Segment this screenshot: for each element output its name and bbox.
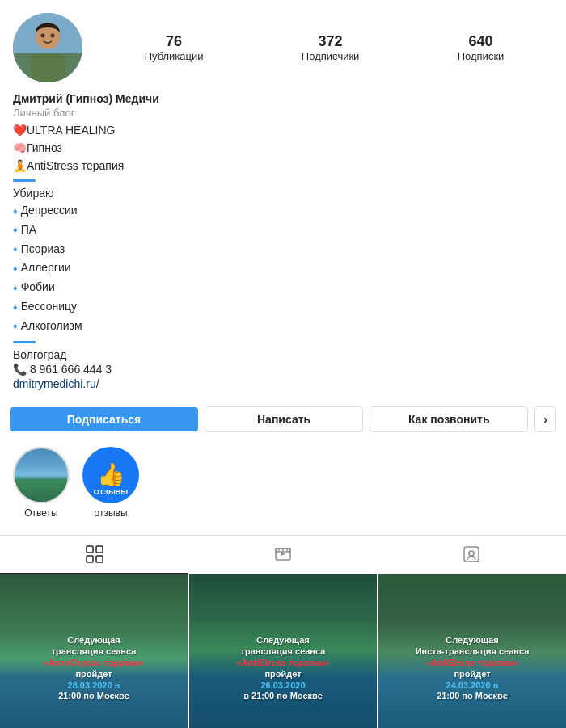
more-button[interactable]: › [534, 406, 556, 432]
svg-point-16 [469, 551, 474, 556]
post-line-1-1: Следующая [10, 634, 179, 646]
svg-rect-8 [87, 556, 93, 562]
svg-rect-15 [464, 547, 479, 562]
diamond-icon: ♦ [13, 280, 18, 296]
tab-tagged[interactable] [378, 536, 566, 574]
svg-rect-3 [31, 53, 65, 82]
post-line-2-4: пройдет [199, 669, 368, 680]
remove-item-5: ♦ Фобии [13, 278, 553, 297]
post-line-3-2: Инста-трансляция сеанса [388, 646, 557, 657]
chevron-down-icon: › [543, 413, 547, 426]
post-background-1: Следующая трансляция сеанса «АнтиСтресс … [0, 574, 188, 728]
remove-item-4: ♦ Аллергии [13, 259, 553, 278]
post-line-1-3: «АнтиСтресс терапии» [10, 657, 179, 668]
diamond-icon: ♦ [13, 204, 18, 219]
grid-icon [86, 545, 103, 563]
svg-point-13 [282, 549, 284, 551]
post-background-2: Следующая трансляция сеанса «AntiStress … [189, 574, 377, 728]
posts-grid: Следующая трансляция сеанса «АнтиСтресс … [0, 574, 566, 728]
subscribe-button[interactable]: Подписаться [10, 407, 198, 431]
avatar[interactable] [13, 13, 82, 82]
followers-label: Подписчики [302, 50, 360, 62]
highlight-reviews-label: отзывы [94, 507, 127, 519]
stat-following[interactable]: 640 Подписки [458, 33, 505, 62]
remove-title: Убираю [13, 187, 553, 200]
profile-header: 76 Публикации 372 Подписчики 640 Подписк… [0, 0, 566, 92]
svg-rect-9 [96, 556, 103, 562]
tagged-icon [463, 545, 480, 563]
followers-count: 372 [319, 33, 343, 50]
reels-icon [274, 545, 292, 563]
post-cell-2[interactable]: Следующая трансляция сеанса «AntiStress … [189, 574, 377, 728]
remove-item-3: ♦ Псориаз [13, 240, 553, 259]
message-button[interactable]: Написать [205, 406, 363, 432]
diamond-icon: ♦ [13, 242, 18, 257]
call-button[interactable]: Как позвонить [370, 406, 528, 432]
post-text-1: Следующая трансляция сеанса «АнтиСтресс … [10, 634, 179, 701]
bio-divider [13, 179, 36, 182]
post-line-3-1: Следующая [388, 634, 557, 646]
following-count: 640 [468, 33, 492, 50]
tab-grid[interactable] [0, 536, 188, 574]
post-line-3-4: пройдет [388, 669, 557, 680]
tabs-row [0, 535, 566, 574]
diamond-icon: ♦ [13, 222, 18, 238]
diamond-icon: ♦ [13, 300, 18, 315]
post-line-2-2: трансляция сеанса [199, 646, 368, 657]
post-text-3: Следующая Инста-трансляция сеанса «AntiS… [388, 634, 557, 701]
post-line-2-1: Следующая [199, 634, 368, 646]
profile-category: Личный блог [13, 107, 553, 119]
stat-followers[interactable]: 372 Подписчики [302, 33, 360, 62]
bio-line-3: 🧘AntiStress терапия [13, 158, 553, 175]
bio-divider-2 [13, 341, 36, 343]
action-buttons-row: Подписаться Написать Как позвонить › [0, 400, 566, 439]
stats-row: 76 Публикации 372 Подписчики 640 Подписк… [95, 33, 553, 62]
post-cell-1[interactable]: Следующая трансляция сеанса «АнтиСтресс … [0, 574, 188, 728]
following-label: Подписки [458, 50, 505, 62]
post-text-2: Следующая трансляция сеанса «AntiStress … [199, 634, 368, 701]
post-line-3-5: 24.03.2020 в [388, 680, 557, 690]
stat-posts[interactable]: 76 Публикации [145, 33, 204, 62]
svg-point-14 [286, 549, 288, 551]
highlights-row: Ответы 👍 ОТЗЫВЫ отзывы [0, 439, 566, 527]
diamond-icon: ♦ [13, 318, 18, 334]
posts-label: Публикации [145, 50, 204, 62]
highlight-answers-image [15, 448, 68, 502]
post-line-1-5: 28.03.2020 в [10, 680, 179, 690]
svg-point-12 [278, 549, 280, 551]
highlight-answers-circle [13, 447, 70, 503]
highlight-answers[interactable]: Ответы [13, 447, 70, 519]
profile-location: Волгоград [13, 348, 553, 361]
thumbs-up-icon: 👍 [97, 461, 125, 488]
bio-section: Дмитрий (Гипноз) Медичи Личный блог ❤️UL… [0, 92, 566, 400]
remove-item-2: ♦ ПА [13, 221, 553, 240]
svg-point-5 [51, 34, 55, 38]
highlight-answers-label: Ответы [24, 507, 57, 519]
bio-line-2: 🧠Гипноз [13, 140, 553, 157]
bio-line-1: ❤️ULTRA HEALING [13, 122, 553, 139]
post-line-1-2: трансляция сеанса [10, 646, 179, 657]
post-line-2-6: в 21:00 по Москве [199, 690, 368, 701]
remove-item-7: ♦ Алкоголизм [13, 317, 553, 336]
svg-rect-7 [96, 546, 103, 553]
profile-url[interactable]: dmitrymedichi.ru/ [13, 377, 99, 390]
post-background-3: Следующая Инста-трансляция сеанса «AntiS… [378, 574, 566, 728]
post-line-1-4: пройдет [10, 669, 179, 680]
diamond-icon: ♦ [13, 261, 18, 276]
highlight-reviews[interactable]: 👍 ОТЗЫВЫ отзывы [82, 447, 139, 519]
profile-name: Дмитрий (Гипноз) Медичи [13, 92, 553, 105]
svg-rect-6 [87, 546, 93, 553]
remove-item-1: ♦ Депрессии [13, 201, 553, 221]
profile-phone: 📞 8 961 666 444 3 [13, 363, 553, 376]
tab-reels[interactable] [188, 536, 377, 574]
post-line-2-3: «AntiStress терапии» [199, 657, 368, 668]
svg-point-4 [41, 34, 45, 38]
reviews-badge-label: ОТЗЫВЫ [90, 486, 132, 498]
posts-count: 76 [166, 33, 182, 50]
post-line-3-6: 21:00 по Москве [388, 690, 557, 701]
post-line-2-5: 26.03.2020 [199, 680, 368, 690]
post-line-1-6: 21:00 по Москве [10, 690, 179, 701]
remove-item-6: ♦ Бессоницу [13, 297, 553, 317]
post-cell-3[interactable]: Следующая Инста-трансляция сеанса «AntiS… [378, 574, 566, 728]
highlight-reviews-circle: 👍 ОТЗЫВЫ [82, 447, 139, 503]
